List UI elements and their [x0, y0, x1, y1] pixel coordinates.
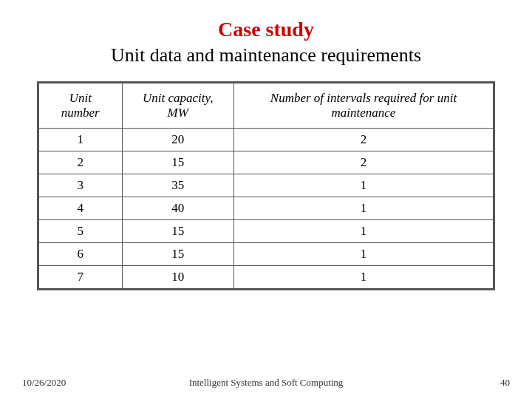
cell-unit: 1 [39, 129, 123, 151]
cell-intervals: 1 [233, 266, 493, 289]
cell-intervals: 1 [233, 197, 493, 220]
cell-capacity: 15 [122, 151, 233, 174]
cell-intervals: 1 [233, 243, 493, 266]
cell-unit: 7 [39, 266, 123, 289]
cell-unit: 5 [39, 220, 123, 243]
cell-capacity: 40 [122, 197, 233, 220]
title-subtitle: Unit data and maintenance requirements [111, 44, 421, 66]
table-row: 4401 [39, 197, 494, 220]
cell-intervals: 2 [233, 151, 493, 174]
cell-intervals: 1 [233, 220, 493, 243]
cell-intervals: 1 [233, 174, 493, 197]
data-table: Unit number Unit capacity, MW Number of … [38, 83, 494, 289]
cell-unit: 6 [39, 243, 123, 266]
table-row: 6151 [39, 243, 494, 266]
cell-unit: 2 [39, 151, 123, 174]
cell-intervals: 2 [233, 129, 493, 151]
cell-capacity: 15 [122, 243, 233, 266]
footer-center-text: Intelligent Systems and Soft Computing [189, 377, 344, 389]
cell-capacity: 20 [122, 129, 233, 151]
cell-unit: 4 [39, 197, 123, 220]
slide: Case study Unit data and maintenance req… [0, 0, 532, 399]
title-case-study: Case study [218, 18, 314, 41]
footer-page: 40 [500, 377, 510, 389]
cell-capacity: 10 [122, 266, 233, 289]
col-header-unit: Unit number [39, 83, 123, 129]
col-header-intervals: Number of intervals required for unit ma… [233, 83, 493, 129]
table-row: 3351 [39, 174, 494, 197]
table-row: 7101 [39, 266, 494, 289]
table-row: 5151 [39, 220, 494, 243]
cell-unit: 3 [39, 174, 123, 197]
table-row: 2152 [39, 151, 494, 174]
data-table-wrapper: Unit number Unit capacity, MW Number of … [37, 81, 495, 290]
table-row: 1202 [39, 129, 494, 151]
footer-date: 10/26/2020 [22, 377, 66, 389]
cell-capacity: 35 [122, 174, 233, 197]
col-header-capacity: Unit capacity, MW [122, 83, 233, 129]
cell-capacity: 15 [122, 220, 233, 243]
